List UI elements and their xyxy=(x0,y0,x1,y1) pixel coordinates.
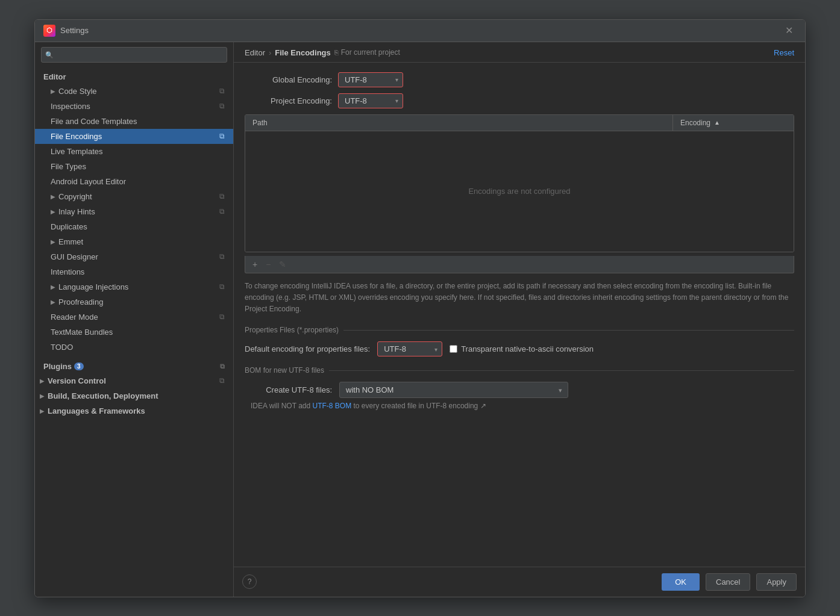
reset-button[interactable]: Reset xyxy=(774,48,794,57)
breadcrumb: Editor › File Encodings ⎘ For current pr… xyxy=(245,48,400,57)
sidebar-item-inspections[interactable]: Inspections ⧉ xyxy=(35,99,233,114)
sidebar-item-build[interactable]: ▶ Build, Execution, Deployment xyxy=(35,388,233,403)
project-encoding-dropdown-wrapper: UTF-8 UTF-16 ISO-8859-1 US-ASCII ▾ xyxy=(338,93,403,108)
bottom-bar: ? OK Cancel Apply xyxy=(234,567,805,597)
sidebar-item-proofreading[interactable]: ▶ Proofreading xyxy=(35,294,233,310)
bom-section: BOM for new UTF-8 files Create UTF-8 fil… xyxy=(245,366,794,410)
chevron-icon: ▶ xyxy=(51,88,55,95)
sidebar-item-label: File Encodings xyxy=(51,132,102,141)
bom-section-label: BOM for new UTF-8 files xyxy=(245,366,794,375)
global-encoding-label: Global Encoding: xyxy=(245,75,332,84)
global-encoding-select[interactable]: UTF-8 UTF-16 ISO-8859-1 US-ASCII xyxy=(338,72,403,87)
global-encoding-dropdown-wrapper: UTF-8 UTF-16 ISO-8859-1 US-ASCII ▾ xyxy=(338,72,403,87)
ok-button[interactable]: OK xyxy=(662,573,700,591)
for-current-project-label: For current project xyxy=(341,48,400,57)
sidebar-item-label: File and Code Templates xyxy=(51,117,137,126)
cancel-button[interactable]: Cancel xyxy=(706,573,750,591)
copy-icon: ⧉ xyxy=(219,313,225,321)
sidebar-section-plugins[interactable]: Plugins 3 ⧉ xyxy=(35,357,233,373)
dialog-title: Settings xyxy=(60,26,89,35)
bom-note: IDEA will NOT add UTF-8 BOM to every cre… xyxy=(245,402,794,410)
project-icon: ⎘ xyxy=(334,49,339,56)
for-current-project-link[interactable]: ⎘ For current project xyxy=(334,48,400,57)
sidebar-item-emmet[interactable]: ▶ Emmet xyxy=(35,234,233,249)
sidebar-item-label: Intentions xyxy=(51,267,84,276)
app-icon: ⬡ xyxy=(43,25,55,37)
transparent-checkbox[interactable] xyxy=(450,345,457,353)
sidebar-item-code-style[interactable]: ▶ Code Style ⧉ xyxy=(35,84,233,99)
path-column-label: Path xyxy=(252,119,268,127)
bom-dropdown-select[interactable]: with NO BOM with BOM xyxy=(339,382,568,398)
dialog-body: 🔍 Editor ▶ Code Style ⧉ Inspections ⧉ Fi… xyxy=(35,42,805,597)
breadcrumb-sep: › xyxy=(269,48,271,57)
default-encoding-label: Default encoding for properties files: xyxy=(245,344,370,353)
copy-icon: ⧉ xyxy=(219,376,225,385)
sidebar-item-inlay-hints[interactable]: ▶ Inlay Hints ⧉ xyxy=(35,204,233,219)
transparent-label[interactable]: Transparent native-to-ascii conversion xyxy=(461,344,594,353)
chevron-icon: ▶ xyxy=(40,378,45,384)
chevron-icon: ▶ xyxy=(51,238,55,245)
sidebar-item-label: File Types xyxy=(51,162,86,171)
sidebar-item-label: GUI Designer xyxy=(51,252,98,261)
sidebar-item-android-layout-editor[interactable]: Android Layout Editor xyxy=(35,174,233,189)
sidebar-item-gui-designer[interactable]: GUI Designer ⧉ xyxy=(35,249,233,264)
settings-dialog: ⬡ Settings ✕ 🔍 Editor ▶ Code Style ⧉ Ins… xyxy=(34,19,806,597)
path-header-cell: Path xyxy=(245,115,673,131)
sidebar-item-file-encodings[interactable]: File Encodings ⧉ xyxy=(35,129,233,144)
copy-icon: ⧉ xyxy=(219,102,225,110)
properties-encoding-dropdown-wrapper: UTF-8 UTF-16 ISO-8859-1 ▾ xyxy=(377,341,442,356)
content-area: Global Encoding: UTF-8 UTF-16 ISO-8859-1… xyxy=(234,63,805,567)
sidebar-item-textmate-bundles[interactable]: TextMate Bundles xyxy=(35,325,233,340)
sidebar-item-language-injections[interactable]: ▶ Language Injections ⧉ xyxy=(35,279,233,294)
sidebar-item-label: Live Templates xyxy=(51,147,102,156)
sidebar-item-version-control[interactable]: ▶ Version Control ⧉ xyxy=(35,373,233,388)
sidebar-item-label: Language Injections xyxy=(58,282,128,291)
search-input[interactable] xyxy=(41,47,227,63)
sidebar-item-label: TODO xyxy=(51,343,73,352)
help-button[interactable]: ? xyxy=(242,574,257,589)
breadcrumb-parent: Editor xyxy=(245,48,265,57)
chevron-icon: ▶ xyxy=(51,193,55,200)
sidebar-item-live-templates[interactable]: Live Templates xyxy=(35,144,233,159)
bom-note-link[interactable]: UTF-8 BOM xyxy=(313,402,352,410)
project-encoding-select[interactable]: UTF-8 UTF-16 ISO-8859-1 US-ASCII xyxy=(338,93,403,108)
bom-dropdown-wrapper: with NO BOM with BOM ▾ xyxy=(339,382,568,398)
breadcrumb-bar: Editor › File Encodings ⎘ For current pr… xyxy=(234,42,805,63)
sidebar-item-file-code-templates[interactable]: File and Code Templates xyxy=(35,114,233,129)
chevron-icon: ▶ xyxy=(40,393,45,399)
plugins-label: Plugins xyxy=(43,362,72,371)
bottom-left: ? xyxy=(242,574,257,589)
search-icon: 🔍 xyxy=(45,51,54,58)
sidebar-item-label: Android Layout Editor xyxy=(51,177,126,186)
copy-icon: ⧉ xyxy=(219,282,225,291)
copy-icon: ⧉ xyxy=(219,192,225,201)
sidebar-item-languages[interactable]: ▶ Languages & Frameworks xyxy=(35,403,233,418)
edit-button[interactable]: ✎ xyxy=(275,258,290,270)
add-button[interactable]: + xyxy=(249,258,261,270)
close-button[interactable]: ✕ xyxy=(782,25,797,37)
table-toolbar: + − ✎ xyxy=(245,256,794,273)
sidebar-item-label: Copyright xyxy=(58,192,92,201)
sidebar-item-copyright[interactable]: ▶ Copyright ⧉ xyxy=(35,189,233,204)
sidebar-item-label: Inlay Hints xyxy=(58,207,95,216)
sidebar-item-label: Duplicates xyxy=(51,222,87,231)
sidebar-item-intentions[interactable]: Intentions xyxy=(35,264,233,279)
sidebar-item-label: Languages & Frameworks xyxy=(48,406,145,415)
remove-button[interactable]: − xyxy=(262,258,274,270)
sidebar-item-label: Inspections xyxy=(51,102,90,111)
create-utf8-label: Create UTF-8 files: xyxy=(245,385,332,394)
title-bar: ⬡ Settings ✕ xyxy=(35,20,805,42)
sidebar-item-reader-mode[interactable]: Reader Mode ⧉ xyxy=(35,310,233,325)
sidebar-item-todo[interactable]: TODO xyxy=(35,340,233,355)
sort-arrow-icon: ▲ xyxy=(714,119,720,126)
sidebar-item-file-types[interactable]: File Types xyxy=(35,159,233,174)
sidebar-item-label: TextMate Bundles xyxy=(51,328,113,337)
bom-note-text: IDEA will NOT add xyxy=(251,402,310,410)
bom-note-suffix: to every created file in UTF-8 encoding … xyxy=(354,402,486,410)
apply-button[interactable]: Apply xyxy=(756,573,797,591)
sidebar-section-editor[interactable]: Editor xyxy=(35,67,233,84)
sidebar-item-duplicates[interactable]: Duplicates xyxy=(35,219,233,234)
chevron-icon: ▶ xyxy=(51,208,55,215)
project-encoding-row: Project Encoding: UTF-8 UTF-16 ISO-8859-… xyxy=(245,93,794,108)
properties-encoding-select[interactable]: UTF-8 UTF-16 ISO-8859-1 xyxy=(377,341,442,356)
